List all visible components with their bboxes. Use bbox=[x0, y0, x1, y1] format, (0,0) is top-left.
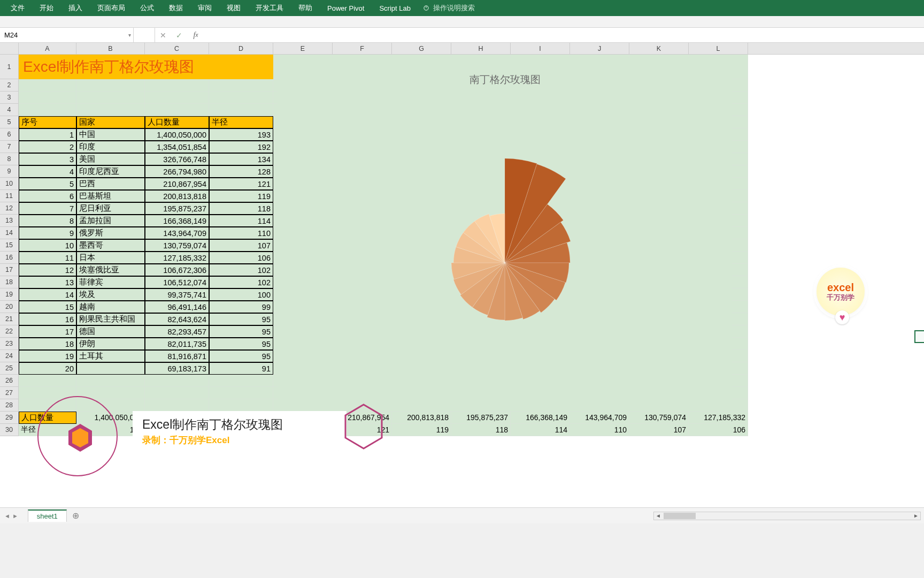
cell[interactable]: 4 bbox=[19, 165, 76, 178]
cell[interactable]: 20 bbox=[19, 362, 76, 375]
formula-input[interactable] bbox=[204, 28, 924, 42]
ribbon-tab[interactable]: 开发工具 bbox=[248, 0, 291, 16]
cancel-formula-icon[interactable]: ✕ bbox=[155, 28, 171, 42]
cell[interactable] bbox=[145, 375, 209, 387]
cell[interactable]: 12 bbox=[19, 264, 76, 276]
cell[interactable]: 15 bbox=[19, 301, 76, 313]
column-header[interactable]: C bbox=[145, 43, 209, 54]
cell[interactable]: 127,185,332 bbox=[145, 252, 209, 264]
cell[interactable]: 18 bbox=[19, 338, 76, 350]
cell[interactable]: 13 bbox=[19, 276, 76, 288]
row-header[interactable]: 26 bbox=[0, 375, 19, 387]
sheet-title[interactable]: Excel制作南丁格尔玫瑰图 bbox=[19, 55, 273, 79]
row-header[interactable]: 24 bbox=[0, 350, 19, 362]
cell[interactable] bbox=[209, 399, 273, 412]
row-header[interactable]: 23 bbox=[0, 338, 19, 350]
column-header[interactable]: I bbox=[511, 43, 570, 54]
cell[interactable]: 130,759,074 bbox=[145, 239, 209, 252]
cell[interactable]: 82,293,457 bbox=[145, 325, 209, 338]
ribbon-tab[interactable]: Power Pivot bbox=[320, 0, 372, 16]
cell[interactable]: 3 bbox=[19, 153, 76, 165]
cell[interactable]: 1,354,051,854 bbox=[145, 141, 209, 153]
ribbon-tab[interactable]: 视图 bbox=[219, 0, 248, 16]
cell[interactable]: 巴基斯坦 bbox=[76, 190, 145, 202]
cell[interactable]: 110 bbox=[209, 227, 273, 239]
cell[interactable]: 266,794,980 bbox=[145, 165, 209, 178]
cell[interactable]: 166,368,149 bbox=[145, 215, 209, 227]
cell[interactable]: 95 bbox=[209, 338, 273, 350]
row-header[interactable]: 12 bbox=[0, 202, 19, 215]
accept-formula-icon[interactable]: ✓ bbox=[171, 28, 187, 42]
cell[interactable]: 序号 bbox=[19, 116, 76, 128]
cell[interactable] bbox=[76, 92, 145, 104]
cell[interactable]: 326,766,748 bbox=[145, 153, 209, 165]
cell[interactable]: 17 bbox=[19, 325, 76, 338]
cell[interactable]: 134 bbox=[209, 153, 273, 165]
cell[interactable]: 国家 bbox=[76, 116, 145, 128]
column-header[interactable]: D bbox=[209, 43, 273, 54]
row-header[interactable]: 8 bbox=[0, 153, 19, 165]
cell[interactable]: 192 bbox=[209, 141, 273, 153]
tell-me-search[interactable]: 操作说明搜索 bbox=[422, 3, 475, 13]
cell[interactable] bbox=[145, 387, 209, 399]
cell[interactable] bbox=[209, 92, 273, 104]
cell[interactable]: 69,183,173 bbox=[145, 362, 209, 375]
cell[interactable]: 96,491,146 bbox=[145, 301, 209, 313]
cell[interactable]: 110 bbox=[570, 424, 629, 436]
cell[interactable] bbox=[19, 104, 76, 116]
row-header[interactable]: 3 bbox=[0, 92, 19, 104]
row-header[interactable]: 30 bbox=[0, 424, 19, 436]
column-header[interactable]: H bbox=[451, 43, 511, 54]
cell[interactable]: 102 bbox=[209, 276, 273, 288]
row-header[interactable]: 6 bbox=[0, 128, 19, 141]
cell[interactable]: 刚果民主共和国 bbox=[76, 313, 145, 325]
cell[interactable]: 埃及 bbox=[76, 288, 145, 301]
cell[interactable]: 106 bbox=[689, 424, 748, 436]
cell[interactable]: 半径 bbox=[209, 116, 273, 128]
cell[interactable]: 121 bbox=[209, 178, 273, 190]
cell[interactable]: 118 bbox=[209, 202, 273, 215]
cell[interactable]: 菲律宾 bbox=[76, 276, 145, 288]
cell[interactable] bbox=[209, 104, 273, 116]
cell[interactable]: 195,875,237 bbox=[145, 202, 209, 215]
column-header[interactable]: G bbox=[392, 43, 451, 54]
cell[interactable] bbox=[209, 387, 273, 399]
ribbon-tab[interactable]: 帮助 bbox=[291, 0, 320, 16]
row-header[interactable]: 10 bbox=[0, 178, 19, 190]
cell[interactable]: 95 bbox=[209, 350, 273, 362]
cell[interactable] bbox=[76, 362, 145, 375]
cell[interactable]: 119 bbox=[392, 424, 451, 436]
column-header[interactable]: B bbox=[76, 43, 145, 54]
name-box[interactable]: M24▾ bbox=[0, 28, 134, 42]
cell[interactable]: 100 bbox=[209, 288, 273, 301]
cell[interactable]: 107 bbox=[209, 239, 273, 252]
cell[interactable]: 7 bbox=[19, 202, 76, 215]
column-header[interactable]: A bbox=[19, 43, 76, 54]
cell[interactable]: 14 bbox=[19, 288, 76, 301]
cell[interactable]: 143,964,709 bbox=[145, 227, 209, 239]
fx-icon[interactable]: fx bbox=[187, 28, 204, 42]
cell[interactable] bbox=[19, 92, 76, 104]
cell[interactable]: 1,400,050,000 bbox=[145, 128, 209, 141]
cell[interactable] bbox=[76, 79, 145, 92]
ribbon-tab[interactable]: 页面布局 bbox=[90, 0, 133, 16]
row-header[interactable]: 14 bbox=[0, 227, 19, 239]
cell[interactable] bbox=[145, 399, 209, 412]
cell[interactable]: 114 bbox=[511, 424, 570, 436]
cell[interactable]: 91 bbox=[209, 362, 273, 375]
cell[interactable]: 81,916,871 bbox=[145, 350, 209, 362]
row-header[interactable]: 2 bbox=[0, 79, 19, 92]
ribbon-tab[interactable]: 数据 bbox=[161, 0, 190, 16]
cell[interactable]: 200,813,818 bbox=[145, 190, 209, 202]
cell[interactable]: 日本 bbox=[76, 252, 145, 264]
cell[interactable]: 11 bbox=[19, 252, 76, 264]
ribbon-tab[interactable]: Script Lab bbox=[372, 0, 418, 16]
cell[interactable]: 土耳其 bbox=[76, 350, 145, 362]
column-header[interactable]: J bbox=[570, 43, 629, 54]
cell[interactable]: 8 bbox=[19, 215, 76, 227]
horizontal-scrollbar[interactable]: ◄► bbox=[79, 512, 924, 520]
cell[interactable]: 119 bbox=[209, 190, 273, 202]
row-header[interactable]: 11 bbox=[0, 190, 19, 202]
row-header[interactable]: 4 bbox=[0, 104, 19, 116]
row-header[interactable]: 13 bbox=[0, 215, 19, 227]
